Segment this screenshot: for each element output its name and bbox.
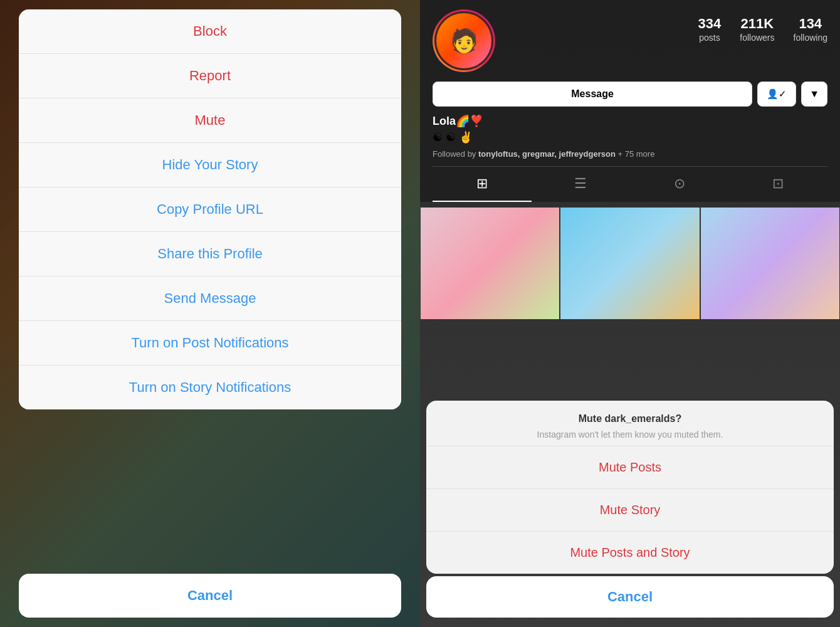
posts-stat: 334 posts [698, 16, 722, 43]
post-notifications-button[interactable]: Turn on Post Notifications [19, 321, 401, 366]
more-options-button[interactable]: ▼ [801, 82, 827, 107]
message-button[interactable]: Message [433, 82, 752, 107]
profile-top-row: 🧑 334 posts 211K followers 134 following [433, 9, 827, 72]
mute-button[interactable]: Mute [19, 98, 401, 143]
modal-title: Mute dark_emeralds? [439, 413, 821, 424]
tab-tagged[interactable]: ⊡ [729, 167, 828, 202]
left-cancel-button[interactable]: Cancel [19, 574, 401, 618]
tab-row: ⊞ ☰ ⊙ ⊡ [433, 166, 827, 202]
left-action-sheet: Block Report Mute Hide Your Story Copy P… [19, 9, 401, 409]
copy-profile-url-button[interactable]: Copy Profile URL [19, 187, 401, 232]
tab-list[interactable]: ☰ [532, 167, 631, 202]
profile-emojis: ☯ ☯ ✌️ [433, 130, 827, 144]
followed-by: Followed by tonyloftus, gregmar, jeffrey… [433, 149, 827, 159]
right-panel: 🧑 334 posts 211K followers 134 following [420, 0, 840, 627]
photo-cell-1 [420, 207, 560, 320]
avatar: 🧑 [433, 9, 495, 72]
stats-row: 334 posts 211K followers 134 following [508, 9, 827, 43]
mute-posts-button[interactable]: Mute Posts [426, 446, 834, 489]
photos-grid [420, 207, 840, 320]
profile-area: 🧑 334 posts 211K followers 134 following [420, 0, 840, 202]
following-stat[interactable]: 134 following [794, 16, 827, 43]
profile-name: Lola🌈❣️ [433, 114, 827, 128]
mute-modal: Mute dark_emeralds? Instagram won't let … [426, 401, 834, 574]
send-message-button[interactable]: Send Message [19, 277, 401, 321]
tab-saved[interactable]: ⊙ [630, 167, 729, 202]
photo-cell-2 [560, 207, 700, 320]
modal-subtitle: Instagram won't let them know you muted … [439, 429, 821, 440]
photo-cell-3 [700, 207, 840, 320]
story-notifications-button[interactable]: Turn on Story Notifications [19, 366, 401, 409]
left-panel: Block Report Mute Hide Your Story Copy P… [0, 0, 420, 627]
tab-grid[interactable]: ⊞ [433, 167, 532, 202]
mute-posts-and-story-button[interactable]: Mute Posts and Story [426, 532, 834, 574]
follow-status-button[interactable]: 👤✓ [757, 82, 796, 107]
profile-buttons: Message 👤✓ ▼ [433, 82, 827, 107]
block-button[interactable]: Block [19, 9, 401, 54]
hide-story-button[interactable]: Hide Your Story [19, 143, 401, 187]
modal-header: Mute dark_emeralds? Instagram won't let … [426, 401, 834, 446]
right-cancel-button[interactable]: Cancel [426, 576, 834, 618]
share-profile-button[interactable]: Share this Profile [19, 232, 401, 277]
mute-story-button[interactable]: Mute Story [426, 489, 834, 532]
followers-stat[interactable]: 211K followers [740, 16, 774, 43]
report-button[interactable]: Report [19, 54, 401, 98]
